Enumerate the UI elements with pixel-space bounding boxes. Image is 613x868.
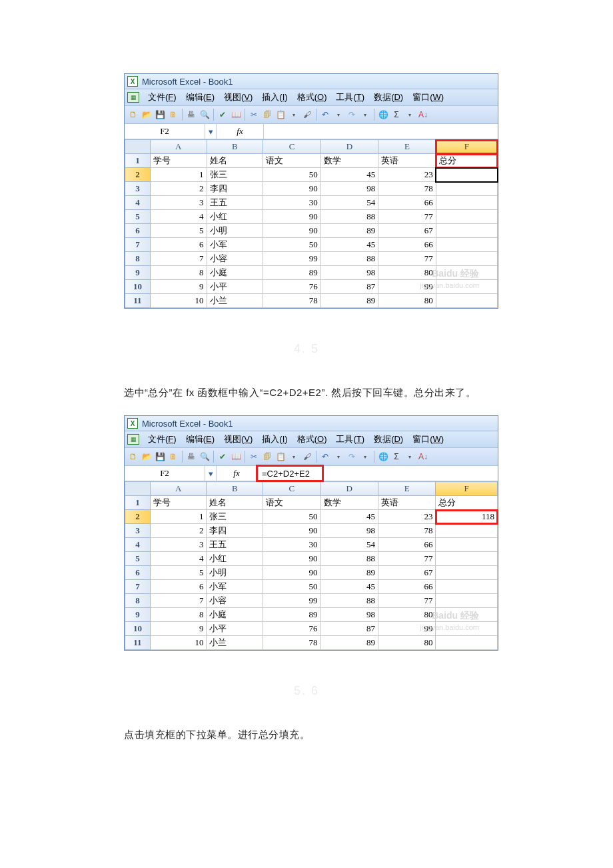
formula-input[interactable] [264, 124, 498, 139]
cell[interactable]: 语文 [263, 496, 320, 510]
cell[interactable]: 89 [320, 294, 378, 308]
cell[interactable]: 小军 [207, 580, 263, 594]
cell[interactable]: 8 [150, 608, 207, 622]
cell[interactable]: 54 [320, 538, 378, 552]
menu-view[interactable]: 视图(V) [219, 433, 257, 445]
worksheet-grid[interactable]: A B C D E F 1 学号 姓名 语文 数学 英语 总分 2 1 张三 5… [125, 139, 498, 308]
menu-insert[interactable]: 插入(I) [257, 433, 292, 445]
row-header[interactable]: 8 [125, 252, 151, 266]
cell[interactable]: 王五 [207, 196, 263, 210]
sort-asc-icon[interactable]: A↓ [417, 451, 429, 463]
redo-dd-icon[interactable]: ▾ [359, 451, 371, 463]
menu-window[interactable]: 窗口(W) [408, 91, 448, 103]
cell[interactable]: 50 [263, 238, 321, 252]
cell[interactable]: 90 [263, 224, 321, 238]
cell[interactable]: 50 [263, 580, 320, 594]
research-icon[interactable]: 📖 [230, 109, 242, 121]
cell[interactable]: 1 [150, 510, 207, 524]
col-header-d[interactable]: D [320, 140, 378, 154]
name-box[interactable]: F2 [125, 124, 205, 139]
cut-icon[interactable]: ✂ [248, 109, 260, 121]
row-header[interactable]: 9 [125, 266, 151, 280]
cell[interactable]: 54 [320, 196, 378, 210]
cell[interactable]: 66 [378, 196, 436, 210]
cell[interactable]: 小庭 [207, 266, 263, 280]
cell[interactable]: 小庭 [207, 608, 263, 622]
cell[interactable]: 66 [378, 238, 436, 252]
paste-dd-icon[interactable]: ▾ [288, 109, 300, 121]
name-box-dropdown-icon[interactable]: ▾ [205, 124, 217, 139]
cell[interactable]: 50 [263, 168, 321, 182]
col-header-b[interactable]: B [207, 482, 263, 496]
cell[interactable]: 66 [378, 538, 436, 552]
cell[interactable]: 98 [320, 266, 378, 280]
row-header[interactable]: 5 [125, 210, 151, 224]
col-header-f[interactable]: F [436, 482, 498, 496]
paste-icon[interactable]: 📋 [275, 109, 287, 121]
cell[interactable]: 99 [263, 594, 320, 608]
row-header[interactable]: 6 [125, 566, 151, 580]
cell[interactable]: 45 [320, 580, 378, 594]
cell[interactable]: 88 [320, 210, 378, 224]
cell[interactable]: 王五 [207, 538, 263, 552]
col-header-a[interactable]: A [150, 482, 207, 496]
row-header[interactable]: 11 [125, 636, 151, 650]
cell[interactable]: 6 [150, 580, 207, 594]
row-header[interactable]: 8 [125, 594, 151, 608]
cell[interactable]: 23 [378, 510, 436, 524]
paste-icon[interactable]: 📋 [275, 451, 287, 463]
copy-icon[interactable]: 🗐 [261, 109, 273, 121]
autosum-icon[interactable]: Σ [390, 451, 402, 463]
cell[interactable]: 89 [320, 636, 378, 650]
cell[interactable]: 小红 [207, 210, 263, 224]
hyperlink-icon[interactable]: 🌐 [377, 451, 389, 463]
cell[interactable]: 78 [263, 294, 321, 308]
cell[interactable]: 98 [320, 182, 378, 196]
save-icon[interactable]: 💾 [154, 451, 166, 463]
row-header[interactable]: 5 [125, 552, 151, 566]
cell[interactable] [436, 294, 497, 308]
cell[interactable] [436, 182, 497, 196]
cell[interactable]: 姓名 [207, 154, 263, 168]
redo-icon[interactable]: ↷ [346, 109, 358, 121]
row-header[interactable]: 7 [125, 238, 151, 252]
cell[interactable]: 李四 [207, 182, 263, 196]
cell[interactable]: 小军 [207, 238, 263, 252]
cell-f2-selected[interactable] [436, 168, 497, 182]
cell[interactable]: 5 [150, 224, 207, 238]
cell[interactable] [436, 566, 498, 580]
cell[interactable]: 45 [320, 238, 378, 252]
menu-view[interactable]: 视图(V) [219, 91, 257, 103]
cell[interactable]: 小兰 [207, 294, 263, 308]
cell[interactable]: 英语 [378, 154, 436, 168]
row-header[interactable]: 7 [125, 580, 151, 594]
cell[interactable]: 98 [320, 608, 378, 622]
cell[interactable]: 小红 [207, 552, 263, 566]
autosum-dd-icon[interactable]: ▾ [404, 451, 416, 463]
name-box[interactable]: F2 [125, 466, 205, 481]
menu-format[interactable]: 格式(O) [293, 433, 332, 445]
preview-icon[interactable]: 🔍 [199, 451, 211, 463]
cell[interactable]: 88 [320, 252, 378, 266]
cell[interactable] [436, 580, 498, 594]
cell[interactable] [436, 252, 497, 266]
spellcheck-icon[interactable]: ✔ [217, 109, 229, 121]
cell[interactable]: 78 [378, 524, 436, 538]
menu-file[interactable]: 文件(F) [143, 91, 181, 103]
cell[interactable]: 89 [320, 224, 378, 238]
row-header[interactable]: 11 [125, 294, 151, 308]
cell[interactable]: 3 [150, 538, 207, 552]
cell[interactable]: 77 [378, 210, 436, 224]
undo-icon[interactable]: ↶ [319, 109, 331, 121]
cell[interactable]: 小容 [207, 594, 263, 608]
row-header[interactable]: 4 [125, 538, 151, 552]
open-icon[interactable]: 📂 [141, 451, 153, 463]
menu-insert[interactable]: 插入(I) [257, 91, 292, 103]
cell[interactable]: 89 [263, 266, 321, 280]
cell[interactable] [436, 636, 498, 650]
col-header-b[interactable]: B [207, 140, 263, 154]
redo-dd-icon[interactable]: ▾ [359, 109, 371, 121]
sort-asc-icon[interactable]: A↓ [417, 109, 429, 121]
cell[interactable]: 9 [150, 280, 207, 294]
undo-icon[interactable]: ↶ [319, 451, 331, 463]
